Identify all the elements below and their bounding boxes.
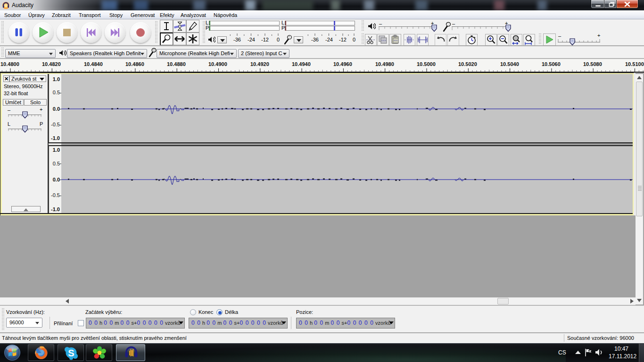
svg-text:S: S — [68, 348, 74, 358]
